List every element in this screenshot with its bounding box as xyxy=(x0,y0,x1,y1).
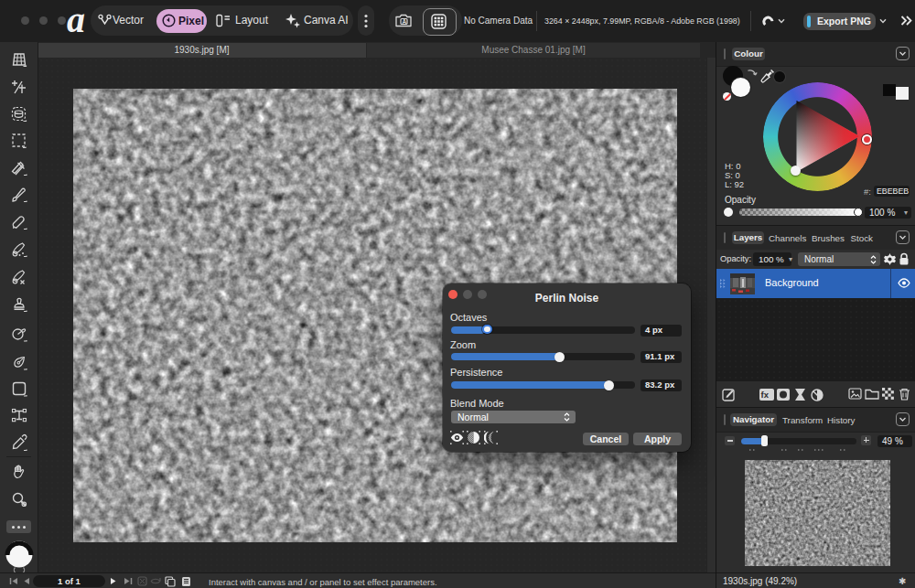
svg-text:fx: fx xyxy=(761,390,770,400)
svg-text:A: A xyxy=(403,18,407,25)
